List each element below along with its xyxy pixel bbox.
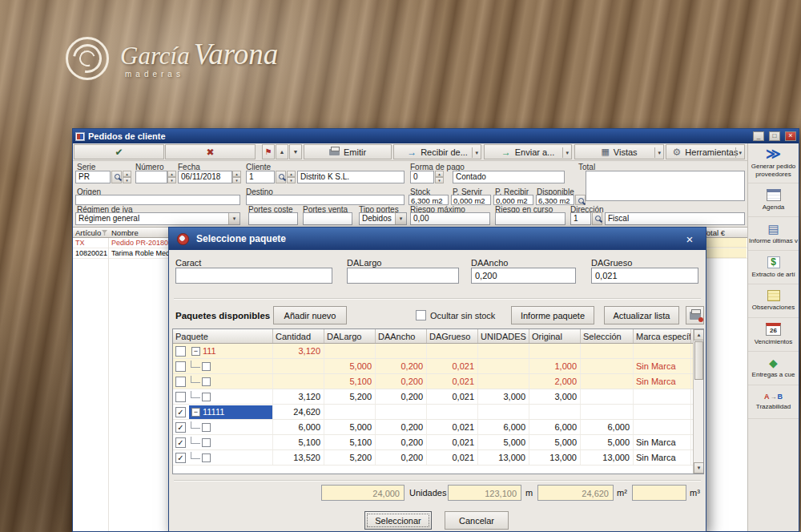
recibir-button[interactable]: →Recibir de...▾: [393, 144, 481, 159]
serie-spinner[interactable]: ▴▾: [123, 171, 131, 183]
table-scrollbar[interactable]: ▲ ▼: [693, 329, 704, 474]
sidebar-button-agenda[interactable]: Agenda: [748, 183, 799, 217]
column-header[interactable]: Original: [529, 329, 581, 343]
column-header-nombre[interactable]: Nombre: [111, 228, 139, 237]
portes-venta-field[interactable]: [303, 212, 352, 225]
package-row[interactable]: 5,0000,2000,0211,000Sin Marca: [173, 359, 693, 374]
disponible-lookup-icon[interactable]: [575, 195, 586, 205]
forma-pago-spinner[interactable]: ▴▾: [435, 171, 444, 183]
forma-pago-name-field[interactable]: Contado: [453, 171, 565, 183]
node-checkbox[interactable]: [202, 453, 211, 462]
row-checkbox[interactable]: ✓: [175, 437, 186, 448]
row-checkbox[interactable]: ✓: [175, 422, 186, 433]
confirm-button[interactable]: ✔: [74, 144, 164, 159]
dropdown-arrow-icon[interactable]: ▾: [735, 147, 742, 158]
total-field[interactable]: [586, 171, 745, 201]
tipo-portes-select[interactable]: Debidos: [359, 212, 407, 225]
dalargo-input[interactable]: [347, 268, 459, 284]
column-header[interactable]: Selección: [581, 329, 634, 343]
package-row[interactable]: ✓−1111124,620: [173, 405, 693, 420]
serie-field[interactable]: PR: [75, 171, 111, 183]
cliente-code-field[interactable]: 1: [246, 171, 275, 183]
regimen-select[interactable]: Régimen general: [75, 212, 240, 225]
scroll-down-icon[interactable]: ▼: [694, 462, 704, 474]
node-checkbox[interactable]: [202, 438, 211, 447]
serie-lookup-icon[interactable]: [111, 171, 122, 183]
package-report-button[interactable]: Informe paquete: [511, 306, 594, 324]
row-checkbox[interactable]: [175, 346, 186, 357]
close-button[interactable]: ×: [785, 131, 796, 141]
package-group[interactable]: −111: [189, 345, 272, 358]
sidebar-button-traceability[interactable]: A→BTrazabilidad: [748, 385, 799, 419]
package-group[interactable]: −11111: [189, 405, 272, 419]
flag-button[interactable]: ⚑: [262, 144, 275, 159]
fecha-field[interactable]: 06/11/2018: [178, 171, 232, 183]
package-row[interactable]: 3,1205,2000,2000,0213,0003,000: [173, 389, 693, 405]
cancel-button[interactable]: ✖: [165, 144, 256, 159]
row-checkbox[interactable]: ✓: [175, 453, 186, 463]
numero-field[interactable]: [135, 171, 167, 183]
package-row[interactable]: ✓13,5205,2000,2000,02113,00013,00013,000…: [173, 450, 693, 466]
move-up-button[interactable]: ▲: [276, 144, 288, 159]
cancelar-button[interactable]: Cancelar: [445, 511, 509, 530]
hide-no-stock-checkbox[interactable]: [416, 310, 426, 320]
portes-coste-field[interactable]: [248, 212, 298, 225]
column-header[interactable]: Paquete: [173, 329, 273, 343]
dropdown-arrow-icon[interactable]: ▾: [562, 147, 569, 158]
node-checkbox[interactable]: [202, 423, 211, 432]
daancho-input[interactable]: 0,200: [471, 268, 576, 284]
collapse-icon[interactable]: −: [191, 408, 200, 417]
sidebar-button-report[interactable]: ▤Informe últimas v: [748, 217, 799, 251]
print-marca-button[interactable]: [686, 306, 704, 324]
caract-input[interactable]: [175, 268, 332, 284]
column-header[interactable]: Cantidad: [273, 329, 324, 343]
enviar-button[interactable]: →Enviar a...▾: [484, 144, 572, 159]
package-row[interactable]: −1113,120: [173, 344, 693, 359]
maximize-button[interactable]: □: [769, 131, 780, 141]
direccion-field[interactable]: 1: [570, 212, 591, 225]
scroll-thumb[interactable]: [694, 341, 703, 380]
dagrueso-input[interactable]: 0,021: [591, 268, 698, 284]
package-row[interactable]: ✓5,1005,1000,2000,0215,0005,0005,000Sin …: [173, 435, 693, 450]
numero-spinner[interactable]: ▴▾: [167, 171, 176, 183]
sidebar-button-deliveries[interactable]: ◆Entregas a cue: [748, 352, 799, 385]
emitir-button[interactable]: Emitir: [304, 144, 392, 159]
scroll-up-icon[interactable]: ▲: [694, 329, 704, 341]
sidebar-button-notes[interactable]: Observaciones: [748, 284, 799, 318]
column-header[interactable]: DAAncho: [376, 329, 427, 343]
destino-field[interactable]: [246, 195, 405, 205]
window-titlebar[interactable]: Pedidos de cliente _ □ ×: [73, 129, 799, 143]
row-checkbox[interactable]: [175, 361, 186, 372]
node-checkbox[interactable]: [202, 377, 211, 386]
seleccionar-button[interactable]: Seleccionar: [364, 511, 432, 530]
row-checkbox[interactable]: [175, 377, 186, 387]
sidebar-button-statement[interactable]: $Extracto de artí: [748, 251, 799, 284]
refresh-list-button[interactable]: Actualizar lista: [604, 306, 679, 324]
node-checkbox[interactable]: [202, 393, 211, 401]
forma-pago-code-field[interactable]: 0: [410, 171, 434, 183]
cliente-lookup-icon[interactable]: [276, 171, 286, 183]
dialog-titlebar[interactable]: Seleccione paquete ×: [169, 228, 706, 250]
dropdown-arrow-icon[interactable]: ▾: [472, 147, 478, 158]
add-new-button[interactable]: Añadir nuevo: [273, 306, 347, 324]
sidebar-button-due-dates[interactable]: 26Vencimientos: [748, 318, 799, 352]
dropdown-arrow-icon[interactable]: ▾: [654, 147, 661, 158]
direccion-lookup-icon[interactable]: [592, 212, 602, 225]
collapse-icon[interactable]: −: [191, 347, 200, 356]
node-checkbox[interactable]: [202, 362, 211, 371]
minimize-button[interactable]: _: [753, 131, 764, 141]
package-row[interactable]: 5,1000,2000,0212,000Sin Marca: [173, 374, 693, 389]
column-header[interactable]: UNIDADES: [478, 329, 529, 343]
column-header[interactable]: Marca específica: [634, 329, 691, 343]
package-row[interactable]: ✓6,0005,0000,2000,0216,0006,0006,000: [173, 420, 693, 435]
origen-field[interactable]: [75, 195, 240, 205]
move-down-button[interactable]: ▼: [289, 144, 302, 159]
herramientas-button[interactable]: ⚙Herramientas▾: [666, 144, 745, 159]
scroll-track[interactable]: [694, 381, 704, 462]
cliente-name-field[interactable]: Distrito K S.L.: [297, 171, 405, 183]
dialog-close-icon[interactable]: ×: [682, 232, 698, 246]
cliente-spinner[interactable]: ▴▾: [287, 171, 296, 183]
vistas-button[interactable]: ▦Vistas▾: [574, 144, 664, 159]
column-header[interactable]: DAGrueso: [427, 329, 478, 343]
filter-icon[interactable]: [102, 230, 107, 236]
